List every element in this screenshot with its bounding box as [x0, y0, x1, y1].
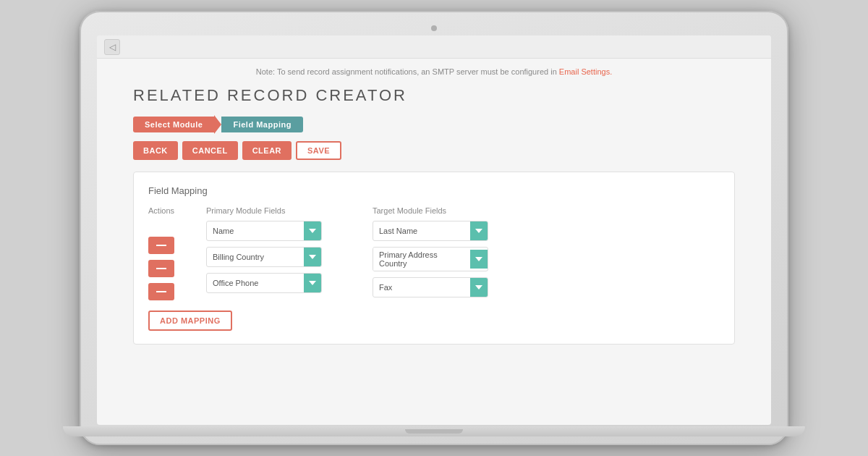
main-content: Note: To send record assignment notifica…: [97, 59, 771, 359]
add-mapping-button[interactable]: ADD MAPPING: [148, 311, 232, 331]
note-text: Note: To send record assignment notifica…: [256, 67, 557, 76]
step-select-module-label: Select Module: [145, 120, 203, 129]
primary-fields-column: Primary Module Fields Name Billing Coun: [206, 206, 344, 293]
primary-field-1-dropdown-icon[interactable]: [304, 221, 321, 240]
actions-col-header: Actions: [148, 206, 206, 215]
chevron-down-icon: [475, 229, 482, 233]
save-button[interactable]: SAVE: [296, 141, 341, 160]
clear-button[interactable]: CLEAR: [242, 141, 292, 160]
laptop-camera: [431, 25, 437, 31]
back-arrow-icon: ◁: [109, 42, 116, 52]
panel-title: Field Mapping: [148, 185, 720, 196]
step-arrow-icon: [214, 115, 221, 134]
browser-back-button[interactable]: ◁: [104, 39, 120, 55]
delete-icon-2: [156, 268, 166, 269]
actions-column: Actions: [148, 206, 206, 300]
primary-field-3-select[interactable]: Office Phone: [206, 273, 322, 293]
page-title: RELATED RECORD CREATOR: [133, 86, 735, 105]
primary-col-header: Primary Module Fields: [206, 206, 344, 215]
chevron-down-icon: [475, 285, 482, 290]
screen-content: ◁ Note: To send record assignment notifi…: [97, 35, 771, 425]
laptop-notch: [405, 429, 463, 434]
target-field-2-value: Primary Address Country: [373, 248, 470, 271]
target-field-2-select[interactable]: Primary Address Country: [373, 247, 488, 271]
target-field-2-dropdown-icon[interactable]: [470, 250, 488, 269]
chevron-down-icon: [475, 257, 482, 261]
primary-field-2-select[interactable]: Billing Country: [206, 247, 322, 267]
email-settings-link[interactable]: Email Settings.: [559, 67, 612, 76]
field-mapping-panel: Field Mapping Actions: [133, 172, 735, 345]
steps-bar: Select Module Field Mapping: [133, 115, 735, 134]
step-field-mapping[interactable]: Field Mapping: [221, 117, 302, 132]
laptop-screen: ◁ Note: To send record assignment notifi…: [97, 35, 771, 425]
delete-row-2-button[interactable]: [148, 260, 174, 277]
primary-fields-list: Name Billing Country: [206, 221, 344, 293]
chevron-down-icon: [309, 255, 316, 259]
step-select-module[interactable]: Select Module: [133, 117, 214, 132]
action-buttons: BACK CANCEL CLEAR SAVE: [133, 141, 735, 160]
note-bar: Note: To send record assignment notifica…: [133, 67, 735, 76]
primary-field-3-value: Office Phone: [207, 276, 304, 290]
primary-field-2-dropdown-icon[interactable]: [304, 248, 321, 266]
delete-row-3-button[interactable]: [148, 283, 174, 300]
laptop-frame: ◁ Note: To send record assignment notifi…: [80, 11, 788, 445]
target-fields-column: Target Module Fields Last Name Primary: [344, 206, 481, 297]
target-field-1-dropdown-icon[interactable]: [470, 221, 488, 240]
target-field-3-value: Fax: [373, 280, 470, 295]
actions-col-buttons: [148, 221, 206, 300]
chevron-down-icon: [309, 229, 316, 233]
primary-field-1-select[interactable]: Name: [206, 221, 322, 241]
top-bar: ◁: [97, 35, 771, 59]
target-fields-list: Last Name Primary Address Country: [373, 221, 481, 297]
delete-row-1-button[interactable]: [148, 237, 174, 254]
primary-field-3-dropdown-icon[interactable]: [304, 274, 321, 292]
delete-icon-1: [156, 245, 166, 246]
target-field-1-select[interactable]: Last Name: [373, 221, 488, 241]
step-field-mapping-label: Field Mapping: [233, 120, 291, 129]
target-field-3-select[interactable]: Fax: [373, 277, 488, 297]
cancel-button[interactable]: CANCEL: [182, 141, 238, 160]
primary-field-1-value: Name: [207, 224, 304, 238]
back-button[interactable]: BACK: [133, 141, 178, 160]
chevron-down-icon: [309, 281, 316, 285]
laptop-base: [63, 426, 804, 436]
target-field-1-value: Last Name: [373, 224, 470, 238]
delete-icon-3: [156, 291, 166, 292]
target-field-3-dropdown-icon[interactable]: [470, 278, 488, 297]
target-col-header: Target Module Fields: [373, 206, 481, 215]
primary-field-2-value: Billing Country: [207, 250, 304, 264]
